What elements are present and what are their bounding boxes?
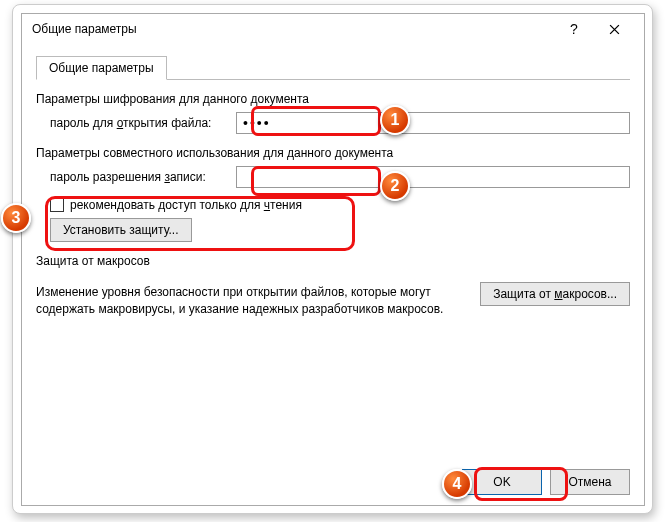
- macros-description: Изменение уровня безопасности при открыт…: [36, 282, 466, 318]
- window-title: Общие параметры: [32, 22, 554, 36]
- general-options-dialog: Общие параметры ? Общие параметры Параме…: [21, 13, 645, 506]
- label-password-write: пароль разрешения записи:: [36, 170, 236, 184]
- label-readonly: рекомендовать доступ только для чтения: [70, 198, 302, 212]
- label-password-open: пароль для открытия файла:: [36, 116, 236, 130]
- cancel-button[interactable]: Отмена: [550, 469, 630, 495]
- set-protection-button[interactable]: Установить защиту...: [50, 218, 192, 242]
- section-macros: Защита от макросов: [36, 254, 630, 268]
- tabstrip: Общие параметры: [36, 54, 630, 80]
- section-sharing: Параметры совместного использования для …: [36, 146, 630, 160]
- tab-general[interactable]: Общие параметры: [36, 56, 167, 80]
- titlebar: Общие параметры ?: [22, 14, 644, 44]
- dialog-footer: OK Отмена: [462, 469, 630, 495]
- help-button[interactable]: ?: [554, 15, 594, 43]
- section-encryption: Параметры шифрования для данного докумен…: [36, 92, 630, 106]
- row-password-open: пароль для открытия файла: ••••: [36, 112, 630, 134]
- input-password-write[interactable]: [236, 166, 630, 188]
- macros-row: Изменение уровня безопасности при открыт…: [36, 282, 630, 318]
- ok-button[interactable]: OK: [462, 469, 542, 495]
- row-password-write: пароль разрешения записи:: [36, 166, 630, 188]
- close-button[interactable]: [594, 15, 634, 43]
- dialog-body: Общие параметры Параметры шифрования для…: [22, 44, 644, 328]
- input-password-open[interactable]: ••••: [236, 112, 630, 134]
- close-icon: [609, 24, 620, 35]
- checkbox-readonly[interactable]: [50, 198, 64, 212]
- row-readonly: рекомендовать доступ только для чтения: [36, 198, 630, 212]
- macros-protection-button[interactable]: Защита от макросов...: [480, 282, 630, 306]
